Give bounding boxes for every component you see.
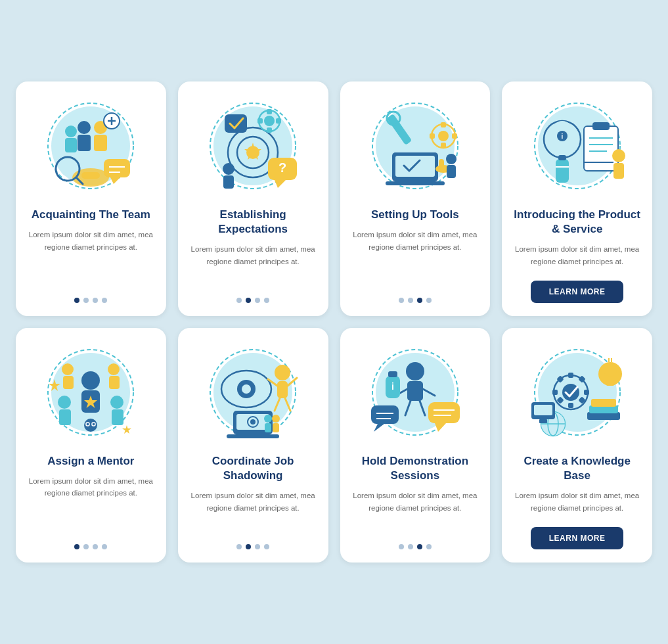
svg-rect-78 bbox=[59, 409, 71, 425]
svg-rect-61 bbox=[584, 126, 618, 171]
dot-0[interactable] bbox=[236, 544, 242, 549]
dot-3[interactable] bbox=[426, 298, 432, 303]
svg-marker-86 bbox=[122, 425, 131, 434]
dot-0[interactable] bbox=[399, 298, 404, 303]
svg-point-66 bbox=[612, 149, 625, 162]
card-body-assign-mentor: Lorem ipsum dolor sit dim amet, mea regi… bbox=[26, 475, 156, 536]
svg-rect-109 bbox=[273, 423, 279, 432]
card-dots-coordinate-job-shadowing bbox=[236, 544, 269, 549]
dot-3[interactable] bbox=[102, 544, 107, 549]
dot-1[interactable] bbox=[83, 298, 89, 303]
svg-text:i: i bbox=[561, 133, 563, 140]
card-title-create-knowledge-base: Create a Knowledge Base bbox=[512, 454, 642, 483]
card-title-setting-up-tools: Setting Up Tools bbox=[371, 208, 459, 222]
svg-point-94 bbox=[242, 384, 251, 394]
svg-point-142 bbox=[604, 363, 617, 377]
svg-marker-122 bbox=[435, 423, 446, 432]
svg-rect-35 bbox=[225, 114, 247, 133]
dot-2[interactable] bbox=[255, 544, 260, 549]
dot-1[interactable] bbox=[83, 544, 89, 549]
svg-rect-96 bbox=[277, 381, 288, 398]
card-create-knowledge-base: Create a Knowledge BaseLorem ipsum dolor… bbox=[502, 328, 652, 563]
card-title-hold-demonstration: Hold Demonstration Sessions bbox=[351, 454, 480, 483]
card-title-acquainting-team: Acquainting The Team bbox=[32, 208, 150, 222]
svg-rect-148 bbox=[591, 399, 616, 407]
svg-rect-133 bbox=[568, 373, 573, 378]
svg-point-108 bbox=[272, 415, 280, 423]
svg-point-112 bbox=[406, 362, 424, 380]
card-dots-acquainting-team bbox=[74, 298, 107, 303]
svg-rect-113 bbox=[407, 381, 423, 401]
svg-point-6 bbox=[65, 126, 77, 137]
dot-1[interactable] bbox=[246, 544, 251, 549]
illustration-setting-up-tools bbox=[359, 93, 471, 198]
card-title-introducing-product: Introducing the Product & Service bbox=[512, 208, 642, 237]
svg-rect-50 bbox=[452, 133, 457, 139]
svg-point-36 bbox=[223, 163, 234, 175]
dot-2[interactable] bbox=[93, 544, 98, 549]
svg-rect-44 bbox=[386, 181, 445, 185]
card-hold-demonstration: i Hold Demonstration SessionsLorem ipsum… bbox=[340, 328, 491, 563]
dot-0[interactable] bbox=[74, 544, 79, 549]
svg-point-46 bbox=[438, 131, 449, 141]
svg-point-74 bbox=[81, 371, 100, 390]
dot-0[interactable] bbox=[74, 298, 79, 303]
card-establishing-expectations: ? Establishing ExpectationsLorem ipsum d… bbox=[178, 81, 328, 316]
learn-more-button-create-knowledge-base[interactable]: LEARN MORE bbox=[531, 527, 624, 549]
card-title-assign-mentor: Assign a Mentor bbox=[47, 454, 134, 469]
card-body-acquainting-team: Lorem ipsum dolor sit dim amet, mea regi… bbox=[26, 229, 156, 290]
dot-3[interactable] bbox=[264, 544, 269, 549]
dot-0[interactable] bbox=[236, 298, 242, 303]
dot-2[interactable] bbox=[93, 298, 98, 303]
learn-more-button-introducing-product[interactable]: LEARN MORE bbox=[531, 281, 624, 303]
card-body-hold-demonstration: Lorem ipsum dolor sit dim amet, mea regi… bbox=[351, 490, 480, 536]
svg-rect-31 bbox=[276, 118, 281, 124]
card-title-coordinate-job-shadowing: Coordinate Job Shadowing bbox=[189, 454, 318, 483]
card-body-introducing-product: Lorem ipsum dolor sit dim amet, mea regi… bbox=[512, 243, 642, 267]
svg-rect-82 bbox=[63, 376, 74, 389]
svg-rect-155 bbox=[539, 419, 547, 423]
svg-rect-134 bbox=[568, 403, 573, 408]
svg-point-77 bbox=[58, 396, 71, 409]
svg-point-79 bbox=[110, 396, 123, 409]
svg-rect-154 bbox=[534, 405, 552, 415]
svg-text:?: ? bbox=[278, 160, 286, 175]
dot-2[interactable] bbox=[417, 544, 422, 549]
illustration-hold-demonstration: i bbox=[359, 340, 471, 445]
svg-rect-3 bbox=[78, 135, 91, 151]
svg-rect-37 bbox=[223, 175, 234, 189]
card-dots-establishing-expectations bbox=[236, 298, 269, 303]
illustration-introducing-product: i bbox=[522, 93, 633, 198]
illustration-create-knowledge-base bbox=[522, 340, 633, 445]
svg-rect-135 bbox=[552, 390, 558, 395]
dot-2[interactable] bbox=[255, 298, 260, 303]
dot-3[interactable] bbox=[264, 298, 269, 303]
dot-1[interactable] bbox=[408, 544, 413, 549]
svg-rect-70 bbox=[558, 155, 566, 160]
svg-marker-14 bbox=[110, 177, 120, 184]
svg-rect-49 bbox=[430, 133, 435, 139]
svg-rect-119 bbox=[388, 371, 397, 377]
svg-point-106 bbox=[264, 415, 272, 423]
svg-rect-52 bbox=[439, 159, 444, 170]
dot-2[interactable] bbox=[417, 298, 422, 303]
card-body-establishing-expectations: Lorem ipsum dolor sit dim amet, mea regi… bbox=[189, 243, 318, 290]
card-dots-hold-demonstration bbox=[399, 544, 432, 549]
card-dots-assign-mentor bbox=[74, 544, 107, 549]
dot-1[interactable] bbox=[246, 298, 251, 303]
illustration-assign-mentor bbox=[35, 340, 146, 445]
card-body-coordinate-job-shadowing: Lorem ipsum dolor sit dim amet, mea regi… bbox=[189, 490, 318, 536]
svg-rect-7 bbox=[65, 138, 77, 152]
svg-marker-33 bbox=[275, 180, 286, 188]
svg-rect-67 bbox=[613, 163, 624, 179]
dot-3[interactable] bbox=[426, 544, 432, 549]
card-acquainting-team: Acquainting The TeamLorem ipsum dolor si… bbox=[16, 81, 166, 316]
dot-1[interactable] bbox=[408, 298, 413, 303]
svg-rect-103 bbox=[227, 434, 279, 438]
dot-0[interactable] bbox=[399, 544, 404, 549]
svg-rect-5 bbox=[94, 135, 107, 151]
svg-rect-143 bbox=[606, 380, 614, 386]
svg-rect-121 bbox=[428, 402, 460, 423]
cards-grid: Acquainting The TeamLorem ipsum dolor si… bbox=[16, 81, 652, 563]
dot-3[interactable] bbox=[102, 298, 107, 303]
